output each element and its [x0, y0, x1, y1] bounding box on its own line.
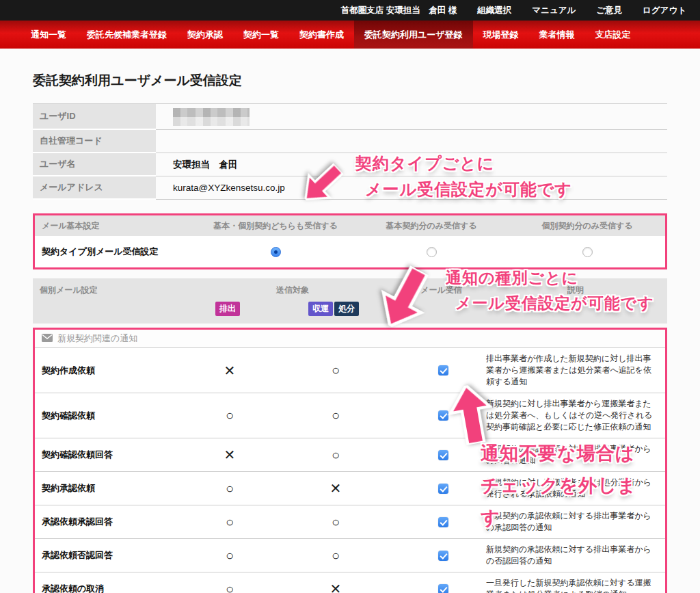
table-row-contract-creation-request: 契約作成依頼 ✕ ○ 排出事業者が作成した新規契約に対し排出事業者から運搬業者ま…	[35, 348, 665, 393]
user-id-masked-value	[173, 108, 250, 126]
syuun-shobun-mark: ✕	[330, 481, 342, 496]
topbar-link-manual[interactable]: マニュアル	[532, 5, 576, 16]
email-value: kurata@XYZkensetsu.co.jp	[156, 176, 667, 200]
nav-tab-branch-settings[interactable]: 支店設定	[585, 21, 641, 49]
page-title: 委託契約利用ユーザメール受信設定	[33, 72, 667, 90]
section-title: 新規契約関連の通知	[57, 332, 137, 345]
table-row-contract-confirm-reply: 契約確認依頼回答 ✕ ○ 新規契約の確認依頼に対する排出事業者からの回答の通知	[35, 438, 665, 472]
row-description: 排出事業者が作成した新規契約に対し排出事業者から運搬業者または処分業者へ追記を依…	[486, 348, 665, 393]
basic-mail-header-option-basic-only: 基本契約分のみ受信する	[353, 220, 509, 232]
basic-mail-header-row: メール基本設定 基本・個別契約どちらも受信する 基本契約分のみ受信する 個別契約…	[35, 215, 665, 236]
mail-receive-checkbox[interactable]	[438, 584, 448, 593]
row-label: 契約作成依頼	[35, 365, 189, 377]
syuun-shobun-mark: ○	[332, 363, 340, 378]
basic-mail-header-option-individual-only: 個別契約分のみ受信する	[509, 220, 665, 232]
haisyutsu-mark: ✕	[224, 363, 236, 378]
mail-receive-checkbox[interactable]	[438, 365, 448, 375]
topbar-link-feedback[interactable]: ご意見	[596, 5, 622, 16]
radio-receive-both[interactable]	[271, 247, 281, 257]
section-new-contract-notifications: 新規契約関連の通知	[35, 330, 665, 348]
topbar: 首都圏支店 安環担当 倉田 様 組織選択 マニュアル ご意見 ログアウト	[0, 0, 700, 21]
send-target-header: 送信対象	[187, 285, 399, 296]
haisyutsu-mark: ○	[226, 581, 234, 593]
mail-receive-checkbox[interactable]	[438, 517, 448, 527]
individual-mail-header: 個別メール設定 送信対象 メール受信 説明 排出 収運 処分	[33, 278, 667, 324]
row-label: 契約承認依頼	[35, 482, 189, 495]
row-description: 新規契約に対し運搬業者または処分業者から発行される承認依頼の通知	[486, 472, 665, 505]
table-row-approval-request-cancel: 承認依頼の取消 ○ ✕ 一旦発行した新規契約承認依頼に対する運搬業者または処分業…	[35, 572, 665, 593]
row-description: 新規契約の確認依頼に対する排出事業者からの回答の通知	[486, 438, 665, 471]
syuun-shobun-mark: ○	[332, 514, 340, 529]
email-label: メールアドレス	[33, 176, 156, 200]
user-id-label: ユーザID	[33, 104, 156, 130]
basic-mail-header-title: メール基本設定	[35, 220, 198, 232]
user-name-value: 安環担当 倉田	[156, 153, 667, 176]
row-description: 新規契約の承認依頼に対する排出事業者からの承認回答の通知	[486, 505, 665, 538]
haisyutsu-mark: ✕	[224, 447, 236, 462]
mail-receive-checkbox[interactable]	[438, 410, 448, 421]
row-description: 新規契約に対し排出事業者から運搬業者または処分業者へ、もしくはその逆へ発行される…	[486, 393, 665, 438]
topbar-link-logout[interactable]: ログアウト	[643, 5, 686, 16]
nav-tab-vendor-info[interactable]: 業者情報	[529, 21, 585, 49]
row-label: 承認依頼承認回答	[35, 516, 189, 528]
company-code-row: 自社管理コード	[33, 130, 667, 153]
haisyutsu-mark: ○	[226, 481, 234, 496]
badge-syuun: 収運	[308, 302, 333, 316]
radio-receive-basic-only[interactable]	[427, 247, 437, 257]
nav-tab-contract-approval[interactable]: 契約承認	[177, 21, 233, 49]
row-label: 契約確認依頼回答	[35, 449, 189, 461]
row-description: 一旦発行した新規契約承認依頼に対する運搬業者または処分業者による取消の通知	[486, 572, 665, 593]
content-area: 委託契約利用ユーザメール受信設定 ユーザID 自社管理コード ユーザ名 安環担当…	[0, 72, 700, 593]
haisyutsu-mark: ○	[226, 548, 234, 563]
nav-tab-contract-list[interactable]: 契約一覧	[233, 21, 289, 49]
company-code-label: 自社管理コード	[33, 130, 156, 153]
logged-in-user-info: 首都圏支店 安環担当 倉田 様	[341, 5, 457, 16]
basic-mail-header-option-both: 基本・個別契約どちらも受信する	[198, 220, 353, 232]
mail-receive-checkbox[interactable]	[438, 450, 448, 460]
description-header: 説明	[484, 285, 667, 296]
user-name-label: ユーザ名	[33, 153, 156, 176]
user-name-row: ユーザ名 安環担当 倉田	[33, 153, 667, 176]
row-label: 承認依頼の取消	[35, 583, 189, 593]
nav-tab-site-registration[interactable]: 現場登録	[473, 21, 529, 49]
syuun-shobun-mark: ○	[332, 548, 340, 563]
basic-mail-settings-table: メール基本設定 基本・個別契約どちらも受信する 基本契約分のみ受信する 個別契約…	[33, 213, 667, 269]
syuun-shobun-mark: ○	[332, 408, 340, 423]
topbar-link-org-select[interactable]: 組織選択	[477, 5, 511, 16]
individual-mail-table: 新規契約関連の通知 契約作成依頼 ✕ ○ 排出事業者が作成した新規契約に対し排出…	[33, 328, 667, 593]
user-id-row: ユーザID	[33, 104, 667, 130]
syuun-shobun-mark: ○	[332, 447, 340, 462]
row-label: 契約確認依頼	[35, 410, 189, 422]
user-info-table: ユーザID 自社管理コード ユーザ名 安環担当 倉田 メールアドレス kurat…	[33, 103, 667, 200]
nav-tab-consignment-user-registration[interactable]: 委託契約利用ユーザ登録	[354, 21, 473, 49]
badge-shobun: 処分	[334, 302, 359, 316]
table-row-approval-deny-reply: 承認依頼否認回答 ○ ○ 新規契約の承認依頼に対する排出事業者からの否認回答の通…	[35, 539, 665, 572]
page: 首都圏支店 安環担当 倉田 様 組織選択 マニュアル ご意見 ログアウト 通知一…	[0, 0, 700, 593]
main-nav: 通知一覧 委託先候補業者登録 契約承認 契約一覧 契約書作成 委託契約利用ユーザ…	[0, 21, 700, 49]
nav-tab-contractor-candidate-registration[interactable]: 委託先候補業者登録	[77, 21, 177, 49]
nav-tab-notification-list[interactable]: 通知一覧	[21, 21, 77, 49]
contract-type-mail-setting-label: 契約タイプ別メール受信設定	[35, 246, 198, 258]
haisyutsu-mark: ○	[226, 514, 234, 529]
nav-tab-contract-doc-creation[interactable]: 契約書作成	[289, 21, 354, 49]
haisyutsu-mark: ○	[226, 408, 234, 423]
individual-mail-header-title: 個別メール設定	[33, 285, 187, 296]
company-code-value	[156, 130, 667, 153]
contract-type-mail-setting-row: 契約タイプ別メール受信設定	[35, 236, 665, 267]
user-id-value	[156, 104, 667, 130]
email-row: メールアドレス kurata@XYZkensetsu.co.jp	[33, 176, 667, 200]
mail-receive-checkbox[interactable]	[438, 551, 448, 561]
table-row-contract-approval-request: 契約承認依頼 ○ ✕ 新規契約に対し運搬業者または処分業者から発行される承認依頼…	[35, 472, 665, 505]
mail-icon	[42, 334, 53, 344]
radio-receive-individual-only[interactable]	[582, 247, 593, 257]
row-label: 承認依頼否認回答	[35, 549, 189, 562]
row-description: 新規契約の承認依頼に対する排出事業者からの否認回答の通知	[486, 539, 665, 572]
mail-receive-header: メール受信	[399, 285, 484, 296]
mail-receive-checkbox[interactable]	[438, 484, 448, 494]
syuun-shobun-mark: ✕	[330, 581, 342, 593]
table-row-contract-confirm-request: 契約確認依頼 ○ ○ 新規契約に対し排出事業者から運搬業者または処分業者へ、もし…	[35, 393, 665, 438]
table-row-approval-accept-reply: 承認依頼承認回答 ○ ○ 新規契約の承認依頼に対する排出事業者からの承認回答の通…	[35, 505, 665, 539]
badge-haisyutsu: 排出	[215, 302, 240, 316]
